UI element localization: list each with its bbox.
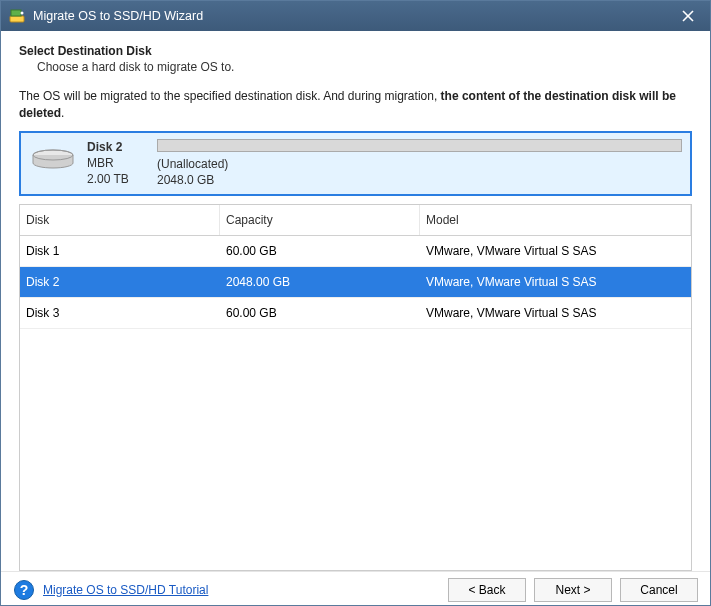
destination-preview: Disk 2 MBR 2.00 TB (Unallocated) 2048.0 …	[19, 131, 692, 196]
page-heading: Select Destination Disk	[19, 44, 692, 58]
warning-suffix: .	[61, 106, 64, 120]
preview-disk-name: Disk 2	[87, 139, 147, 155]
hard-disk-icon	[29, 145, 77, 173]
footer: ? Migrate OS to SSD/HD Tutorial < Back N…	[1, 571, 710, 606]
svg-rect-0	[10, 16, 24, 22]
unallocated-bar	[157, 139, 682, 152]
svg-rect-1	[11, 10, 21, 16]
table-row[interactable]: Disk 160.00 GBVMware, VMware Virtual S S…	[20, 236, 691, 267]
disk-meta: Disk 2 MBR 2.00 TB	[87, 139, 147, 188]
tutorial-link[interactable]: Migrate OS to SSD/HD Tutorial	[43, 583, 208, 597]
back-button[interactable]: < Back	[448, 578, 526, 602]
col-header-model[interactable]: Model	[420, 205, 691, 235]
cell-disk: Disk 1	[20, 236, 220, 266]
segment-size: 2048.0 GB	[157, 172, 682, 188]
close-button[interactable]	[674, 5, 702, 27]
cell-capacity: 60.00 GB	[220, 236, 420, 266]
help-icon[interactable]: ?	[13, 579, 35, 601]
preview-disk-size: 2.00 TB	[87, 171, 147, 187]
segment-label: (Unallocated)	[157, 156, 682, 172]
cell-capacity: 60.00 GB	[220, 298, 420, 328]
cell-model: VMware, VMware Virtual S SAS	[420, 267, 691, 297]
content-area: Select Destination Disk Choose a hard di…	[1, 31, 710, 571]
table-body: Disk 160.00 GBVMware, VMware Virtual S S…	[20, 236, 691, 329]
app-icon	[9, 8, 25, 24]
layout-label: (Unallocated) 2048.0 GB	[157, 156, 682, 188]
page-subtext: Choose a hard disk to migrate OS to.	[37, 60, 692, 74]
preview-partition-style: MBR	[87, 155, 147, 171]
table-row[interactable]: Disk 360.00 GBVMware, VMware Virtual S S…	[20, 298, 691, 329]
disk-layout: (Unallocated) 2048.0 GB	[157, 139, 682, 188]
cell-capacity: 2048.00 GB	[220, 267, 420, 297]
col-header-capacity[interactable]: Capacity	[220, 205, 420, 235]
next-button[interactable]: Next >	[534, 578, 612, 602]
disk-table: Disk Capacity Model Disk 160.00 GBVMware…	[19, 204, 692, 571]
col-header-disk[interactable]: Disk	[20, 205, 220, 235]
cell-model: VMware, VMware Virtual S SAS	[420, 298, 691, 328]
warning-prefix: The OS will be migrated to the specified…	[19, 89, 441, 103]
title-bar: Migrate OS to SSD/HD Wizard	[1, 1, 710, 31]
close-icon	[682, 10, 694, 22]
window-title: Migrate OS to SSD/HD Wizard	[33, 9, 674, 23]
svg-point-2	[21, 12, 24, 15]
table-row[interactable]: Disk 22048.00 GBVMware, VMware Virtual S…	[20, 267, 691, 298]
warning-text: The OS will be migrated to the specified…	[19, 88, 692, 123]
table-header: Disk Capacity Model	[20, 205, 691, 236]
cancel-button[interactable]: Cancel	[620, 578, 698, 602]
svg-text:?: ?	[20, 582, 29, 598]
cell-disk: Disk 2	[20, 267, 220, 297]
cell-model: VMware, VMware Virtual S SAS	[420, 236, 691, 266]
cell-disk: Disk 3	[20, 298, 220, 328]
